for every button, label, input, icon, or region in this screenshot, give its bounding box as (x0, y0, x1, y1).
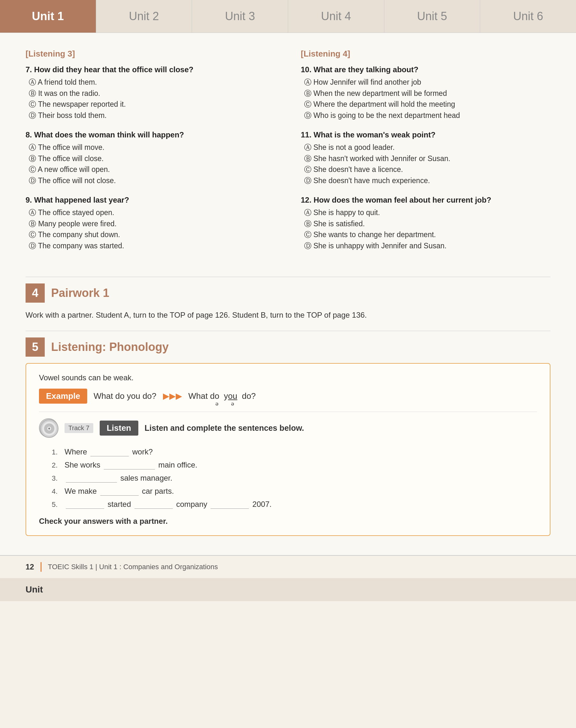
bottom-tab-unit-label: Unit (26, 585, 43, 595)
sentence-4: 4. We make car parts. (52, 486, 537, 496)
listening4-section: [Listening 4] 10. What are they talking … (301, 49, 551, 261)
phonetic-phrase: What doə youə do? (189, 391, 256, 401)
q10-option-c: Ⓒ Where the department will hold the mee… (301, 99, 551, 110)
footer-divider-bar (40, 562, 41, 572)
tab-unit1[interactable]: Unit 1 (0, 0, 96, 33)
blank-5a[interactable] (66, 500, 104, 509)
tab-unit6[interactable]: Unit 6 (480, 0, 576, 33)
q8-option-a: Ⓐ The office will move. (26, 142, 276, 153)
q11-option-b: Ⓑ She hasn't worked with Jennifer or Sus… (301, 153, 551, 164)
blank-5b[interactable] (135, 500, 173, 509)
q9-option-d: Ⓓ The company was started. (26, 240, 276, 252)
q10-option-d: Ⓓ Who is going to be the next department… (301, 110, 551, 121)
section4-title: Pairwork 1 (51, 286, 109, 300)
q12-option-c: Ⓒ She wants to change her department. (301, 229, 551, 240)
question-12-text: 12. How does the woman feel about her cu… (301, 196, 551, 204)
listen-badge: Listen (100, 421, 138, 436)
blank-2[interactable] (104, 460, 155, 470)
tab-navigation: Unit 1 Unit 2 Unit 3 Unit 4 Unit 5 Unit … (0, 0, 576, 33)
footer-page-number: 12 (26, 562, 34, 571)
q9-option-b: Ⓑ Many people were fired. (26, 218, 276, 229)
q10-option-a: Ⓐ How Jennifer will find another job (301, 77, 551, 88)
schwa-do: oə (215, 391, 219, 401)
sentences-list: 1. Where work? 2. She works main office.… (39, 447, 537, 509)
question-7: 7. How did they hear that the office wil… (26, 65, 276, 121)
q10-option-b: Ⓑ When the new department will be formed (301, 88, 551, 99)
section4-header: 4 Pairwork 1 (26, 283, 550, 303)
sentence-1: 1. Where work? (52, 447, 537, 456)
section5-title: Listening: Phonology (51, 340, 169, 354)
question-12: 12. How does the woman feel about her cu… (301, 196, 551, 251)
q11-option-c: Ⓒ She doesn't have a licence. (301, 164, 551, 175)
arrows-icon: ▶▶▶ (163, 391, 182, 401)
q11-option-d: Ⓓ She doesn't have much experience. (301, 175, 551, 186)
section5-number: 5 (26, 337, 45, 357)
bottom-tab-strip: Unit (0, 578, 576, 601)
phonology-box: Vowel sounds can be weak. Example What d… (26, 363, 550, 536)
vowel-note: Vowel sounds can be weak. (39, 373, 537, 382)
track-badge: Track 7 (64, 423, 93, 433)
q8-option-d: Ⓓ The office will not close. (26, 175, 276, 186)
tab-unit2[interactable]: Unit 2 (96, 0, 192, 33)
q9-option-a: Ⓐ The office stayed open. (26, 207, 276, 218)
page-footer: 12 TOEIC Skills 1 | Unit 1 : Companies a… (0, 555, 576, 578)
blank-3[interactable] (66, 473, 117, 482)
track-row: Track 7 Listen Listen and complete the s… (39, 412, 537, 438)
example-badge: Example (39, 389, 87, 403)
question-9: 9. What happened last year? Ⓐ The office… (26, 196, 276, 251)
section5-header: 5 Listening: Phonology (26, 337, 550, 357)
sentence-3: 3. sales manager. (52, 473, 537, 482)
q9-option-c: Ⓒ The company shut down. (26, 229, 276, 240)
divider-1 (26, 277, 550, 277)
track-instruction: Listen and complete the sentences below. (145, 423, 304, 433)
question-11-text: 11. What is the woman's weak point? (301, 131, 551, 139)
question-10: 10. What are they talking about? Ⓐ How J… (301, 65, 551, 121)
sentence-5: 5. started company 2007. (52, 500, 537, 509)
question-8-text: 8. What does the woman think will happen… (26, 131, 276, 139)
pairwork-text: Work with a partner. Student A, turn to … (26, 309, 550, 321)
cd-icon (39, 418, 58, 438)
question-10-text: 10. What are they talking about? (301, 65, 551, 74)
example-phrase: What do you do? (94, 391, 156, 401)
svg-point-4 (48, 428, 50, 429)
q8-option-b: Ⓑ The office will close. (26, 153, 276, 164)
listening3-label: [Listening 3] (26, 49, 276, 59)
listening-grid: [Listening 3] 7. How did they hear that … (26, 49, 550, 261)
q11-option-a: Ⓐ She is not a good leader. (301, 142, 551, 153)
divider-2 (26, 331, 550, 331)
main-content: [Listening 3] 7. How did they hear that … (0, 33, 576, 555)
question-8: 8. What does the woman think will happen… (26, 131, 276, 186)
schwa-you: ouə (228, 391, 237, 401)
question-11: 11. What is the woman's weak point? Ⓐ Sh… (301, 131, 551, 186)
tab-unit4[interactable]: Unit 4 (288, 0, 384, 33)
q12-option-a: Ⓐ She is happy to quit. (301, 207, 551, 218)
blank-5c[interactable] (210, 500, 249, 509)
q12-option-d: Ⓓ She is unhappy with Jennifer and Susan… (301, 240, 551, 252)
tab-unit5[interactable]: Unit 5 (384, 0, 481, 33)
blank-4[interactable] (100, 486, 139, 496)
question-9-text: 9. What happened last year? (26, 196, 276, 204)
q8-option-c: Ⓒ A new office will open. (26, 164, 276, 175)
example-row: Example What do you do? ▶▶▶ What doə you… (39, 389, 537, 403)
tab-unit3[interactable]: Unit 3 (192, 0, 288, 33)
listening3-section: [Listening 3] 7. How did they hear that … (26, 49, 276, 261)
question-7-text: 7. How did they hear that the office wil… (26, 65, 276, 74)
sentence-2: 2. She works main office. (52, 460, 537, 470)
listening4-label: [Listening 4] (301, 49, 551, 59)
q7-option-c: Ⓒ The newspaper reported it. (26, 99, 276, 110)
check-answers: Check your answers with a partner. (39, 517, 537, 526)
q7-option-b: Ⓑ It was on the radio. (26, 88, 276, 99)
q7-option-a: Ⓐ A friend told them. (26, 77, 276, 88)
q12-option-b: Ⓑ She is satisfied. (301, 218, 551, 229)
footer-text: TOEIC Skills 1 | Unit 1 : Companies and … (48, 563, 218, 571)
blank-1[interactable] (90, 447, 129, 456)
section4-number: 4 (26, 283, 45, 303)
q7-option-d: Ⓓ Their boss told them. (26, 110, 276, 121)
